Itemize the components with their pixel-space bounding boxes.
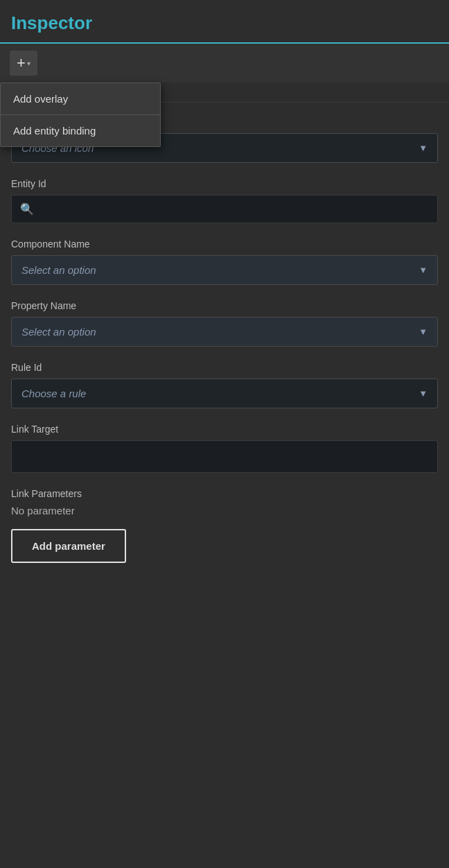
inspector-title: Inspector bbox=[11, 12, 92, 33]
rule-id-placeholder: Choose a rule bbox=[21, 388, 86, 399]
add-button[interactable]: + ▾ bbox=[10, 51, 37, 76]
main-content: Default Icon Choose an icon ▼ Entity Id … bbox=[0, 103, 449, 592]
rule-id-label: Rule Id bbox=[11, 362, 438, 373]
toolbar: + ▾ Add overlay Add entity binding bbox=[0, 44, 449, 83]
property-name-placeholder: Select an option bbox=[21, 326, 96, 338]
inspector-header: Inspector bbox=[0, 0, 449, 44]
rule-id-select[interactable]: Choose a rule ▼ bbox=[11, 379, 438, 408]
property-name-field-group: Property Name Select an option ▼ bbox=[11, 300, 438, 347]
link-parameters-label: Link Parameters bbox=[11, 488, 438, 499]
link-target-input[interactable] bbox=[11, 440, 438, 473]
link-target-field-group: Link Target bbox=[11, 424, 438, 473]
add-overlay-label: Add overlay bbox=[13, 93, 68, 105]
entity-id-field-group: Entity Id 🔍 bbox=[11, 178, 438, 223]
add-entity-binding-label: Add entity binding bbox=[13, 125, 96, 137]
component-name-field-group: Component Name Select an option ▼ bbox=[11, 238, 438, 285]
no-parameter-text: No parameter bbox=[11, 505, 438, 517]
default-icon-chevron: ▼ bbox=[419, 143, 428, 153]
plus-icon: + bbox=[17, 54, 26, 72]
component-name-chevron: ▼ bbox=[419, 265, 428, 275]
property-name-select[interactable]: Select an option ▼ bbox=[11, 317, 438, 347]
link-parameters-field-group: Link Parameters No parameter Add paramet… bbox=[11, 488, 438, 563]
entity-id-label: Entity Id bbox=[11, 178, 438, 189]
add-parameter-button[interactable]: Add parameter bbox=[11, 529, 126, 563]
component-name-label: Component Name bbox=[11, 238, 438, 250]
search-icon: 🔍 bbox=[20, 202, 34, 216]
entity-id-input[interactable] bbox=[39, 203, 429, 215]
component-name-placeholder: Select an option bbox=[21, 264, 96, 276]
rule-id-chevron: ▼ bbox=[419, 388, 428, 399]
rule-id-field-group: Rule Id Choose a rule ▼ bbox=[11, 362, 438, 408]
link-target-label: Link Target bbox=[11, 424, 438, 435]
entity-id-search-wrapper: 🔍 bbox=[11, 195, 438, 223]
property-name-chevron: ▼ bbox=[419, 327, 428, 337]
add-overlay-menu-item[interactable]: Add overlay bbox=[1, 83, 160, 115]
property-name-label: Property Name bbox=[11, 300, 438, 311]
add-entity-binding-menu-item[interactable]: Add entity binding bbox=[1, 115, 160, 146]
chevron-icon: ▾ bbox=[27, 60, 30, 67]
component-name-select[interactable]: Select an option ▼ bbox=[11, 255, 438, 285]
dropdown-menu: Add overlay Add entity binding bbox=[0, 83, 161, 147]
